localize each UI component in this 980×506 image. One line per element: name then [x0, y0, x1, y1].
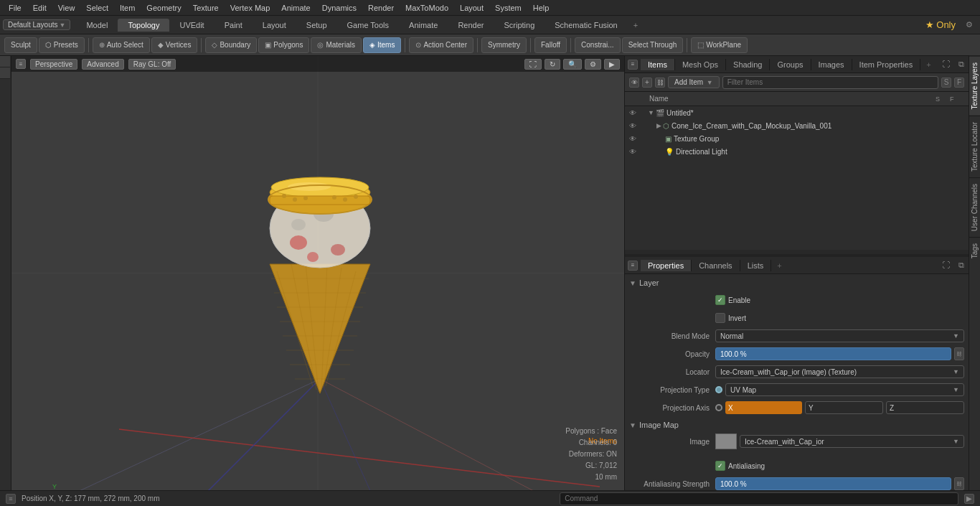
tab-animate[interactable]: Animate: [399, 19, 448, 32]
menu-select[interactable]: Select: [80, 2, 114, 14]
vertices-button[interactable]: ◆ Vertices: [151, 37, 198, 53]
strip-texture-layers[interactable]: Texture Layers: [969, 56, 980, 116]
menu-view[interactable]: View: [52, 2, 81, 14]
axis-x-btn[interactable]: X: [725, 401, 802, 414]
vis-eye-cone[interactable]: 👁: [628, 122, 638, 130]
layer-arrow-icon[interactable]: ▼: [629, 279, 636, 287]
tab-layout[interactable]: Layout: [253, 19, 296, 32]
menu-maxtomodo[interactable]: MaxToModo: [400, 2, 454, 14]
items-panel-detach-icon[interactable]: ⧉: [954, 58, 969, 70]
props-panel-menu-btn[interactable]: ≡: [628, 261, 638, 271]
items-panel-expand-icon[interactable]: ⛶: [938, 58, 954, 70]
projection-type-radio[interactable]: [715, 386, 722, 393]
tab-game-tools[interactable]: Game Tools: [337, 19, 400, 32]
antialiasing-checkbox[interactable]: ✓: [715, 461, 725, 471]
tab-setup[interactable]: Setup: [296, 19, 337, 32]
locator-dropdown[interactable]: Ice-Cream_with_Cap_ior (Image) (Texture)…: [715, 365, 964, 378]
menu-file[interactable]: File: [3, 2, 27, 14]
menu-render[interactable]: Render: [362, 2, 400, 14]
invert-checkbox[interactable]: [715, 313, 725, 323]
image-map-arrow-icon[interactable]: ▼: [629, 421, 636, 429]
viewport[interactable]: ≡ Perspective Advanced Ray GL: Off ⛶ ↻ 🔍…: [11, 56, 624, 490]
tab-add-icon[interactable]: +: [628, 19, 644, 32]
polygons-button[interactable]: ▣ Polygons: [258, 37, 309, 53]
opacity-link-icon[interactable]: ⛓: [954, 347, 964, 360]
image-dropdown[interactable]: Ice-Cream_with_Cap_ior ▼: [740, 435, 964, 448]
tab-images[interactable]: Images: [811, 59, 852, 70]
items-link-btn[interactable]: ⛓: [655, 78, 665, 88]
tab-items[interactable]: Items: [641, 59, 675, 70]
tab-model[interactable]: Model: [76, 19, 118, 32]
tab-topology[interactable]: Topology: [118, 19, 169, 32]
items-tab-add-icon[interactable]: +: [920, 59, 936, 70]
command-input[interactable]: [560, 492, 958, 505]
opacity-bar[interactable]: 100.0 %: [715, 347, 951, 360]
blend-mode-dropdown[interactable]: Normal ▼: [715, 329, 964, 342]
tree-expand-cone[interactable]: ▶: [656, 122, 661, 129]
command-submit-btn[interactable]: ▶: [964, 494, 974, 504]
tab-scripting[interactable]: Scripting: [494, 19, 545, 32]
menu-animate[interactable]: Animate: [275, 2, 316, 14]
left-btn-2[interactable]: [0, 67, 10, 79]
tab-mesh-ops[interactable]: Mesh Ops: [675, 59, 726, 70]
tree-collapse-untitled[interactable]: ▼: [648, 109, 654, 116]
viewport-perspective-btn[interactable]: Perspective: [30, 59, 77, 70]
vis-eye-texgroup[interactable]: 👁: [628, 135, 638, 143]
menu-dynamics[interactable]: Dynamics: [316, 2, 362, 14]
presets-button[interactable]: ⬡ Presets: [39, 37, 85, 53]
viewport-expand-btn[interactable]: ▶: [604, 59, 620, 70]
constraints-button[interactable]: Constrai...: [575, 37, 621, 53]
items-add-btn[interactable]: +: [642, 78, 652, 88]
left-btn-1[interactable]: [0, 56, 10, 67]
viewport-menu-btn[interactable]: ≡: [16, 59, 26, 69]
menu-item[interactable]: Item: [114, 2, 141, 14]
tab-settings-icon[interactable]: ⚙: [961, 18, 977, 32]
menu-edit[interactable]: Edit: [27, 2, 52, 14]
tab-render[interactable]: Render: [448, 19, 494, 32]
items-search-icon[interactable]: S: [941, 78, 951, 88]
tab-lists[interactable]: Lists: [740, 260, 772, 271]
image-preview-thumbnail[interactable]: [715, 434, 737, 449]
menu-geometry[interactable]: Geometry: [141, 2, 187, 14]
strip-user-channels[interactable]: User Channels: [969, 177, 980, 237]
aa-strength-bar[interactable]: 100.0 %: [715, 477, 951, 490]
items-filter-icon[interactable]: F: [954, 78, 964, 88]
tree-row-untitled[interactable]: 👁 ▼ 🎬 Untitled*: [625, 106, 969, 119]
tab-star-only[interactable]: ★ Only: [920, 17, 961, 32]
select-through-button[interactable]: Select Through: [622, 37, 684, 53]
viewport-rotate-btn[interactable]: ↻: [545, 59, 560, 70]
sculpt-button[interactable]: Sculpt: [4, 37, 37, 53]
axis-z-btn[interactable]: Z: [886, 401, 964, 414]
viewport-fit-btn[interactable]: ⛶: [524, 59, 542, 70]
props-panel-expand-icon[interactable]: ⛶: [938, 259, 954, 271]
tree-row-texgroup[interactable]: 👁 ▣ Texture Group: [625, 132, 969, 145]
add-item-button[interactable]: Add Item ▼: [668, 76, 720, 88]
tab-paint[interactable]: Paint: [215, 19, 253, 32]
menu-system[interactable]: System: [489, 2, 527, 14]
tab-shading[interactable]: Shading: [726, 59, 770, 70]
projection-axis-radio[interactable]: [715, 404, 722, 411]
items-vis-btn[interactable]: 👁: [629, 78, 639, 88]
aa-strength-link-icon[interactable]: ⛓: [954, 477, 964, 490]
materials-button[interactable]: ◎ Materials: [311, 37, 362, 53]
layout-selector[interactable]: Default Layouts ▼: [3, 19, 70, 30]
autoselect-button[interactable]: ⊕ Auto Select: [93, 37, 150, 53]
axis-y-btn[interactable]: Y: [805, 401, 883, 414]
tab-item-properties[interactable]: Item Properties: [852, 59, 921, 70]
tab-groups[interactable]: Groups: [770, 59, 811, 70]
viewport-more-btn[interactable]: ⚙: [585, 59, 601, 70]
tab-properties[interactable]: Properties: [641, 260, 692, 271]
menu-help[interactable]: Help: [527, 2, 555, 14]
filter-items-input[interactable]: [722, 76, 938, 89]
status-menu-btn[interactable]: ≡: [6, 494, 16, 504]
strip-tags[interactable]: Tags: [969, 237, 980, 264]
tab-uvedit[interactable]: UVEdit: [169, 19, 214, 32]
props-panel-detach-icon[interactable]: ⧉: [954, 259, 969, 271]
viewport-zoom-btn[interactable]: 🔍: [563, 59, 582, 70]
action-center-button[interactable]: ⊙ Action Center: [409, 37, 473, 53]
items-button[interactable]: ◈ Items: [363, 37, 401, 53]
workplane-button[interactable]: ⬚ WorkPlane: [691, 37, 748, 53]
symmetry-button[interactable]: Symmetry: [481, 37, 527, 53]
viewport-raygl-btn[interactable]: Ray GL: Off: [128, 59, 176, 70]
falloff-button[interactable]: Falloff: [534, 37, 567, 53]
